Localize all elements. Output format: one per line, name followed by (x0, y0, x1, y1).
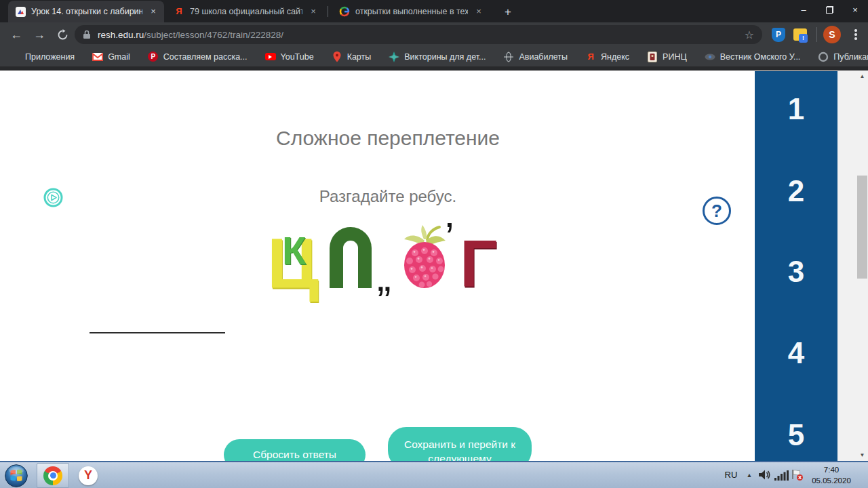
bookmarks-bar: Приложения Gmail P Составляем расска... … (0, 47, 868, 66)
bookmark-label: Составляем расска... (163, 52, 248, 62)
network-signal-icon (774, 470, 789, 481)
windows-orb-icon (4, 464, 28, 488)
clock-date: 05.05.2020 (806, 475, 857, 486)
forward-button[interactable]: → (30, 25, 49, 44)
bookmark-vestnik[interactable]: Вестник Омского У... (705, 52, 801, 62)
network-button[interactable] (774, 470, 789, 483)
restore-button[interactable] (816, 0, 842, 19)
yandex-favicon-icon: Я (174, 6, 184, 17)
language-indicator[interactable]: RU (720, 462, 742, 488)
toolbar-divider (816, 27, 817, 42)
bookmark-maps[interactable]: Карты (332, 52, 372, 62)
bookmark-pinterest[interactable]: P Составляем расска... (148, 52, 248, 62)
rinc-emblem-icon (647, 52, 658, 62)
exercise-5[interactable]: 5 (755, 420, 837, 450)
extension-yellow-icon[interactable]: ! (793, 28, 807, 41)
action-center-button[interactable] (791, 469, 804, 484)
tab-close-icon[interactable]: × (308, 6, 319, 17)
hidden-icons-button[interactable]: ▲ (743, 462, 755, 488)
lesson-page: Сложное переплетение Разгадайте ребус. ?… (0, 71, 868, 461)
bookmark-apps[interactable]: Приложения (9, 52, 75, 62)
help-button[interactable]: ? (703, 197, 731, 225)
flag-error-icon (791, 469, 804, 481)
bookmark-yandex[interactable]: Я Яндекс (585, 52, 629, 62)
address-bar[interactable]: resh.edu.ru/subject/lesson/4762/train/22… (75, 25, 762, 44)
start-button[interactable] (4, 464, 28, 488)
bookmark-star-icon[interactable]: ☆ (745, 28, 754, 41)
rebus-apostrophe: ’ (445, 216, 454, 258)
page-gutter (837, 71, 856, 461)
resh-favicon-icon (15, 6, 26, 17)
bookmark-label: Яндекс (601, 52, 629, 62)
bookmark-rinc[interactable]: РИНЦ (647, 52, 687, 62)
maps-pin-icon (332, 52, 342, 62)
bookmark-gmail[interactable]: Gmail (92, 52, 130, 62)
page-scrollbar[interactable]: ▲ ▼ (856, 71, 868, 461)
close-button[interactable]: × (842, 0, 868, 19)
exercise-2[interactable]: 2 (755, 176, 837, 206)
new-tab-button[interactable]: + (499, 3, 517, 21)
bookmark-label: Викторины для дет... (404, 52, 486, 62)
volume-button[interactable] (758, 469, 770, 483)
back-button[interactable]: ← (7, 25, 26, 44)
exercise-3[interactable]: 3 (755, 257, 837, 287)
globe-icon (503, 52, 514, 62)
profile-avatar[interactable]: S (823, 26, 841, 43)
bookmark-quiz[interactable]: Викторины для дет... (389, 52, 486, 62)
reload-button[interactable] (53, 25, 72, 44)
clock[interactable]: 7:40 05.05.2020 (806, 464, 857, 486)
chrome-bottom-strip (0, 66, 868, 70)
vestnik-icon (705, 52, 715, 62)
chrome-menu-button[interactable] (849, 26, 863, 43)
raspberry-icon (400, 223, 449, 293)
bookmark-publications[interactable]: Публикации издат... (818, 52, 868, 62)
rebus-low-quotes: „ (377, 256, 391, 298)
exercise-1[interactable]: 1 (755, 94, 837, 124)
tab-search[interactable]: открытки выполненные в техни × (332, 0, 490, 22)
taskbar-yandex-button[interactable]: Y (72, 463, 104, 488)
yandex-browser-icon: Y (79, 466, 98, 485)
url-path: /subject/lesson/4762/train/222828/ (144, 30, 283, 40)
lock-icon (83, 30, 91, 39)
page-title: Сложное переплетение (0, 127, 776, 150)
screen: Урок 14. открытки с лабиринто × Я 79 шко… (0, 0, 868, 488)
save-button-line2: следующему (428, 453, 491, 462)
rebus-letter-maroon-g: Г (460, 234, 498, 293)
google-favicon-icon (339, 6, 350, 17)
pinterest-icon: P (148, 52, 159, 62)
minimize-button[interactable]: – (791, 0, 816, 19)
tab-lesson[interactable]: Урок 14. открытки с лабиринто × (8, 1, 164, 22)
speaker-icon (758, 469, 770, 481)
tab-close-icon[interactable]: × (148, 6, 159, 17)
exercise-4[interactable]: 4 (755, 338, 837, 368)
restore-icon (826, 6, 833, 14)
url-text: resh.edu.ru/subject/lesson/4762/train/22… (98, 30, 745, 40)
bookmark-avia[interactable]: Авиабилеты (503, 52, 568, 62)
scroll-down-icon[interactable]: ▼ (856, 450, 868, 461)
tab-school-site[interactable]: Я 79 школа официальный сайт — × (167, 0, 324, 22)
scroll-up-icon[interactable]: ▲ (856, 71, 868, 82)
scrollbar-thumb[interactable] (857, 176, 867, 279)
save-button-line1: Сохранить и перейти к (404, 439, 515, 450)
tab-close-icon[interactable]: × (473, 6, 484, 17)
answer-input[interactable] (90, 332, 225, 333)
publications-icon (818, 52, 829, 62)
tab-title: открытки выполненные в техни (355, 7, 468, 16)
url-domain: resh.edu.ru (98, 30, 144, 40)
save-and-next-button[interactable]: Сохранить и перейти к следующему (388, 427, 532, 461)
extension-badge: ! (799, 34, 808, 43)
bookmark-label: Публикации издат... (833, 52, 868, 62)
tab-title: Урок 14. открытки с лабиринто (31, 7, 142, 16)
rebus-image: Ц К „ (267, 222, 511, 292)
exercise-number-panel: 1 2 3 4 5 (755, 71, 837, 461)
tab-separator (328, 6, 328, 17)
bookmark-label: Авиабилеты (519, 52, 568, 62)
taskbar-chrome-button[interactable] (37, 463, 69, 488)
browser-toolbar: ← → resh.edu.ru/subject/lesson/4762/trai… (0, 22, 868, 47)
bookmark-youtube[interactable]: YouTube (265, 52, 314, 62)
extension-p-icon[interactable]: P (772, 28, 785, 42)
reset-answers-button[interactable]: Сбросить ответы (224, 439, 366, 461)
rebus-letter-green-k: К (282, 231, 306, 270)
bookmark-label: Gmail (108, 52, 130, 62)
window-controls: – × (791, 0, 868, 19)
